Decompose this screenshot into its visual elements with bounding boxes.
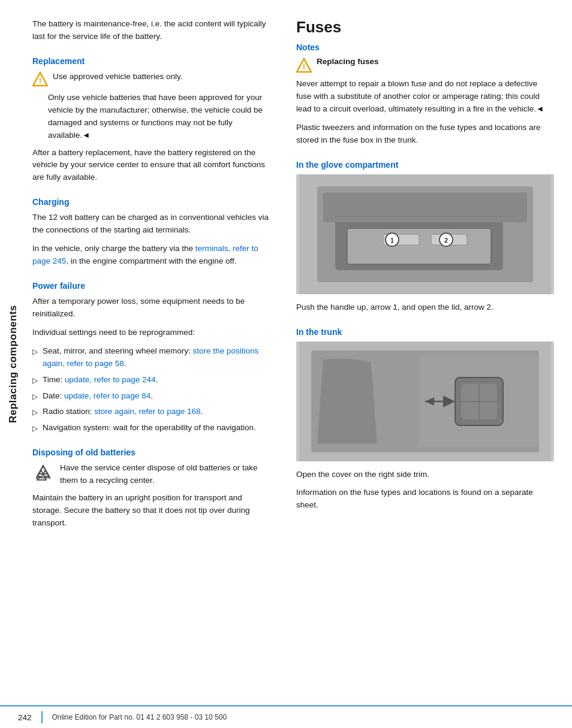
warning-icon-1: !	[32, 71, 48, 87]
notes-body: Plastic tweezers and information on the …	[296, 122, 554, 147]
page-title: Fuses	[296, 18, 554, 37]
power-failure-p1: After a temporary power loss, some equip…	[32, 295, 272, 321]
disposing-heading: Disposing of old batteries	[32, 448, 272, 457]
left-column: The battery is maintenance-free, i.e. th…	[26, 0, 284, 728]
bullet-arrow: ▷	[32, 407, 38, 418]
page-footer: 242 Online Edition for Part no. 01 41 2 …	[0, 705, 572, 728]
right-column: Fuses Notes ! Replacing fuses Never atte…	[284, 0, 572, 728]
notes-warning-title-wrap: Replacing fuses	[317, 57, 379, 66]
trunk-caption2: Information on the fuse types and locati…	[296, 487, 554, 512]
list-item: ▷ Time: update, refer to page 244.	[32, 374, 272, 386]
sidebar: Replacing components	[0, 0, 26, 728]
notes-heading: Notes	[296, 43, 554, 52]
notes-warning-body: Never attempt to repair a blown fuse and…	[296, 78, 554, 116]
trunk-caption1: Open the cover on the right side trim.	[296, 469, 554, 481]
svg-text:!: !	[303, 62, 305, 71]
footer-page-number: 242	[18, 713, 32, 722]
notes-warning-title: Replacing fuses	[317, 57, 379, 66]
notes-warning-icon: !	[296, 58, 312, 73]
footer-separator	[41, 711, 43, 723]
intro-text: The battery is maintenance-free, i.e. th…	[32, 18, 272, 43]
power-failure-heading: Power failure	[32, 281, 272, 291]
glove-caption: Push the handle up, arrow 1, and open th…	[296, 301, 554, 314]
bullet-list: ▷ Seat, mirror, and steering wheel memor…	[32, 345, 272, 435]
power-failure-p2: Individual settings need to be reprogram…	[32, 327, 272, 339]
svg-text:1: 1	[390, 237, 394, 244]
recycle-block: Have the service center dispose of old b…	[32, 462, 272, 487]
warning-block-2: Only use vehicle batteries that have bee…	[32, 92, 272, 142]
charging-p1: The 12 volt battery can be charged as in…	[32, 212, 272, 237]
disposing-body1: Maintain the battery in an upright posit…	[32, 492, 272, 530]
bullet-arrow: ▷	[32, 391, 38, 403]
list-item-text: Radio station: store again, refer to pag…	[43, 406, 203, 418]
disposing-warning: Have the service center dispose of old b…	[60, 462, 272, 487]
list-item-text: Date: update, refer to page 84.	[43, 390, 153, 403]
svg-rect-7	[323, 192, 527, 222]
bullet-arrow: ▷	[32, 423, 38, 434]
replacement-heading: Replacement	[32, 56, 272, 66]
replacement-body: After a battery replacement, have the ba…	[32, 147, 272, 185]
list-item: ▷ Radio station: store again, refer to p…	[32, 406, 272, 418]
svg-rect-8	[347, 228, 491, 264]
glove-heading: In the glove compartment	[296, 160, 554, 170]
list-item-text: Time: update, refer to page 244.	[43, 374, 158, 386]
warning-text-2: Only use vehicle batteries that have bee…	[48, 92, 272, 142]
recycle-icon	[32, 463, 54, 485]
warning-block-1: ! Use approved vehicle batteries only.	[32, 71, 272, 87]
svg-text:!: !	[39, 76, 41, 85]
list-item-text: Seat, mirror, and steering wheel memory:…	[43, 345, 272, 370]
charging-heading: Charging	[32, 197, 272, 207]
svg-text:2: 2	[444, 237, 448, 244]
bullet-arrow: ▷	[32, 346, 38, 358]
notes-warning-block: ! Replacing fuses	[296, 57, 554, 73]
trunk-heading: In the trunk	[296, 327, 554, 337]
trunk-image	[296, 342, 554, 461]
list-item: ▷ Date: update, refer to page 84.	[32, 390, 272, 403]
warning-text-1: Use approved vehicle batteries only.	[53, 71, 183, 83]
bullet-arrow: ▷	[32, 375, 38, 386]
sidebar-label: Replacing components	[7, 305, 19, 423]
list-item-text: Navigation system: wait for the operabil…	[43, 422, 256, 434]
charging-p2-suffix: in the engine compartment with the engin…	[68, 256, 236, 265]
charging-p2: In the vehicle, only charge the battery …	[32, 243, 272, 268]
charging-p2-prefix: In the vehicle, only charge the battery …	[32, 244, 195, 253]
list-item: ▷ Navigation system: wait for the operab…	[32, 422, 272, 434]
glove-compartment-image: 1 2	[296, 174, 554, 294]
list-item: ▷ Seat, mirror, and steering wheel memor…	[32, 345, 272, 370]
footer-text: Online Edition for Part no. 01 41 2 603 …	[52, 713, 227, 721]
